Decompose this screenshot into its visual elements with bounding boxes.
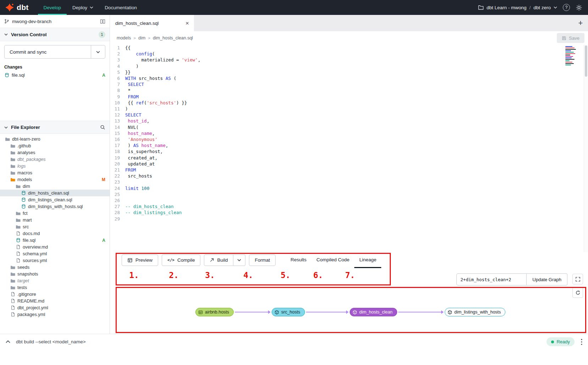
changed-file-row[interactable]: file.sql A	[0, 71, 110, 79]
lineage-selector-input[interactable]	[456, 273, 527, 285]
tree-item-schema.yml[interactable]: schema.yml	[0, 250, 110, 257]
minimap[interactable]	[565, 46, 581, 66]
folder-icon	[5, 137, 10, 142]
minimap-bar	[565, 59, 575, 60]
tree-item-.gitignore[interactable]: .gitignore	[0, 291, 110, 298]
file-explorer-header[interactable]: File Explorer	[0, 121, 110, 134]
scrollbar-thumb[interactable]	[585, 45, 587, 77]
help-button[interactable]: ?	[563, 4, 570, 11]
tree-item-dim_hosts_clean.sql[interactable]: dim_hosts_clean.sql	[0, 190, 110, 196]
code-text: }}	[125, 69, 131, 75]
tab-lineage[interactable]: Lineage	[354, 252, 381, 268]
tree-item-file.sql[interactable]: file.sqlA	[0, 237, 110, 244]
nav-documentation[interactable]: Documentation	[99, 0, 143, 15]
breadcrumb-item[interactable]: models	[117, 36, 131, 40]
chevron-up-icon[interactable]	[6, 340, 10, 343]
tree-item-target[interactable]: target	[0, 277, 110, 284]
build-button[interactable]: Build	[204, 255, 233, 266]
tree-item-fct[interactable]: fct	[0, 210, 110, 217]
tree-item-tests[interactable]: tests	[0, 284, 110, 291]
code-text: host_name,	[125, 130, 155, 136]
tree-item-dbt-learn-zero[interactable]: dbt-learn-zero	[0, 136, 110, 142]
tree-item-models[interactable]: modelsM	[0, 176, 110, 183]
new-tab-button[interactable]: +	[573, 15, 588, 31]
tree-item-logs[interactable]: logs	[0, 163, 110, 169]
close-icon[interactable]: ×	[185, 20, 189, 26]
tree-item-dbt_project.yml[interactable]: dbt_project.yml	[0, 304, 110, 311]
tree-item-overview.md[interactable]: overview.md	[0, 244, 110, 250]
update-graph-button[interactable]: Update Graph	[527, 273, 567, 285]
code-text: created_at,	[125, 155, 157, 161]
folder-icon	[16, 184, 21, 189]
code-text: is_superhost,	[125, 148, 163, 154]
split-panel-icon[interactable]	[100, 19, 105, 24]
tree-item-sources.yml[interactable]: sources.yml	[0, 257, 110, 264]
code-line: 29	[110, 216, 588, 222]
tab-results[interactable]: Results	[285, 252, 311, 268]
lineage-panel: Update Graph airbnb.hostssrc_hostsdim_ho…	[110, 268, 588, 334]
command-input[interactable]: dbt build --select <model_name>	[16, 339, 86, 344]
account-project-separator: /	[529, 5, 531, 10]
code-line: 13 host_id,	[110, 118, 588, 124]
dbt-logo[interactable]: dbt	[5, 3, 29, 12]
tree-item-dbt_packages[interactable]: dbt_packages	[0, 156, 110, 163]
tree-item-mart[interactable]: mart	[0, 217, 110, 223]
compile-button[interactable]: </> Compile	[162, 255, 200, 266]
tree-item-packages.yml[interactable]: packages.yml	[0, 311, 110, 318]
git-branch-indicator[interactable]: mwong-dev-branch	[0, 15, 110, 28]
preview-label: Preview	[135, 257, 152, 263]
tree-item-dim[interactable]: dim	[0, 183, 110, 190]
build-label: Build	[217, 257, 228, 263]
editor-scrollbar[interactable]	[584, 45, 588, 252]
code-brackets-icon: </>	[167, 258, 174, 262]
preview-button[interactable]: Preview	[122, 255, 158, 266]
project-switcher[interactable]: dbt Learn - mwong / dbt zero	[478, 5, 557, 10]
folder-icon	[16, 218, 21, 223]
lineage-node-airbnb.hosts[interactable]: airbnb.hosts	[195, 308, 234, 316]
reset-view-button[interactable]	[572, 287, 583, 298]
tree-item-analyses[interactable]: analyses	[0, 149, 110, 156]
tree-item-snapshots[interactable]: snapshots	[0, 271, 110, 277]
tree-item-label: target	[17, 278, 29, 283]
line-number: 9	[110, 94, 125, 100]
commit-options-caret[interactable]	[91, 45, 105, 58]
tree-item-src[interactable]: src	[0, 223, 110, 230]
file-file-icon	[16, 231, 21, 236]
search-icon[interactable]	[100, 125, 105, 130]
tab-dim-hosts-clean[interactable]: dim_hosts_clean.sql ×	[110, 15, 194, 31]
breadcrumb-item[interactable]: dim	[138, 36, 145, 40]
minimap-bar	[565, 62, 572, 62]
breadcrumb-item[interactable]: dim_hosts_clean.sql	[153, 36, 193, 40]
code-editor[interactable]: 1{{2 config(3 materialized = 'view',4 )5…	[110, 45, 588, 252]
status-right-group: Ready	[547, 337, 582, 346]
tree-item-macros[interactable]: macros	[0, 169, 110, 176]
nav-develop[interactable]: Develop	[38, 0, 67, 15]
settings-gear-icon[interactable]	[576, 4, 582, 11]
tree-item-dim_listings_with_hosts.sql[interactable]: dim_listings_with_hosts.sql	[0, 203, 110, 210]
tree-item-dim_listings_clean.sql[interactable]: dim_listings_clean.sql	[0, 196, 110, 203]
model-cube-icon	[448, 310, 452, 315]
tree-item-.github[interactable]: .github	[0, 142, 110, 149]
nav-deploy[interactable]: Deploy	[67, 0, 99, 15]
commit-and-sync-button[interactable]: Commit and sync	[4, 45, 105, 59]
code-line: 1{{	[110, 45, 588, 51]
version-control-header[interactable]: Version Control 1	[0, 28, 110, 41]
save-button[interactable]: Save	[557, 33, 584, 43]
line-number: 15	[110, 130, 125, 136]
build-options-caret[interactable]	[233, 255, 245, 266]
tab-compiled-code[interactable]: Compiled Code	[311, 252, 354, 268]
file-file-icon	[16, 251, 21, 256]
tree-item-README.md[interactable]: README.md	[0, 298, 110, 304]
code-text: )	[125, 106, 128, 112]
lineage-node-src_hosts[interactable]: src_hosts	[272, 308, 305, 316]
fullscreen-button[interactable]	[572, 274, 583, 284]
format-button[interactable]: Format	[249, 255, 276, 266]
changes-count-badge: 1	[99, 31, 105, 38]
lineage-node-dim_hosts_clean[interactable]: dim_hosts_clean	[350, 308, 397, 316]
tree-item-seeds[interactable]: seeds	[0, 264, 110, 271]
tree-item-docs.md[interactable]: docs.md	[0, 230, 110, 237]
kebab-menu-icon[interactable]	[581, 339, 582, 345]
build-arrow-icon	[210, 258, 214, 262]
lineage-node-label: dim_listings_with_hosts	[454, 310, 501, 315]
lineage-node-dim_listings_with_hosts[interactable]: dim_listings_with_hosts	[445, 308, 505, 316]
